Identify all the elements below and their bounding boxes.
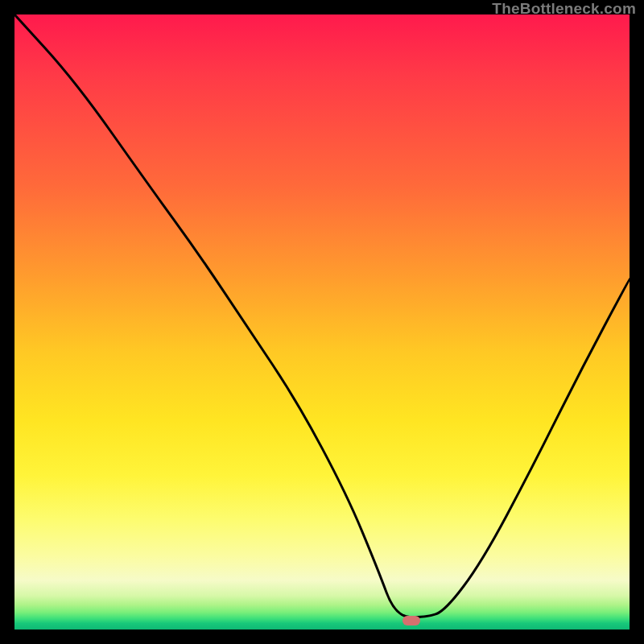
heat-gradient bbox=[14, 14, 630, 630]
chart-stage: TheBottleneck.com bbox=[0, 0, 644, 644]
optimal-marker bbox=[402, 616, 420, 625]
watermark-text: TheBottleneck.com bbox=[492, 0, 636, 18]
plot-area bbox=[14, 14, 630, 630]
